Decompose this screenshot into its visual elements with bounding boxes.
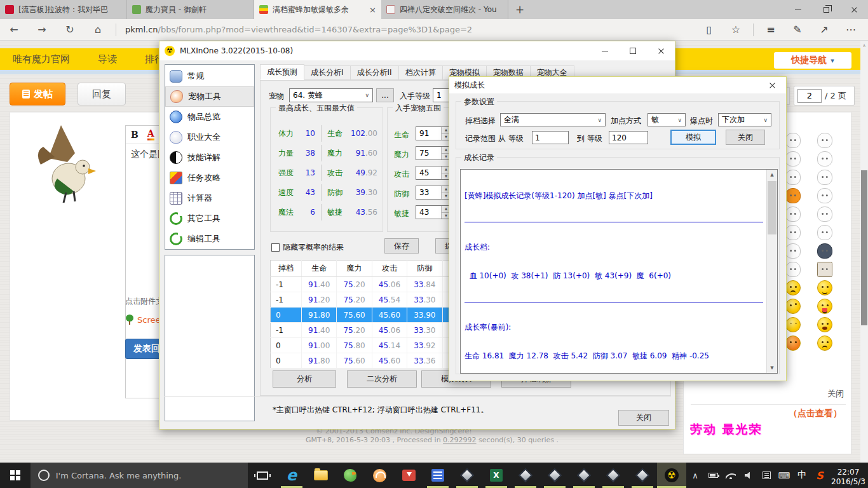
sticker-icon[interactable] [785, 170, 801, 185]
taskbar-app-cg[interactable] [599, 463, 628, 488]
share-icon[interactable]: ↗ [811, 24, 837, 36]
taskbar-app-video[interactable] [423, 463, 452, 488]
new-post-button[interactable]: 发帖 [10, 83, 65, 105]
keyboard-icon[interactable]: ⌨ [775, 471, 793, 480]
site-nav-link[interactable]: 导读 [98, 53, 117, 65]
防御-spinner[interactable]: 33▲▼ [416, 186, 451, 200]
敏捷-spinner[interactable]: 43▲▼ [416, 205, 451, 219]
back-icon[interactable]: ← [0, 24, 28, 36]
home-icon[interactable]: ⌂ [84, 24, 112, 36]
taskbar-app-edge[interactable]: e [277, 463, 306, 488]
app-maximize-button[interactable] [619, 41, 647, 60]
sticker-icon[interactable] [785, 151, 801, 166]
sticker-icon[interactable] [785, 133, 801, 148]
table-row[interactable]: 091.8075.6045.6033.9043.20 [271, 308, 478, 323]
sidebar-item-quests[interactable]: 任务攻略 [165, 168, 254, 188]
browser-tab[interactable]: 四禅八定突破空间维次 - You [381, 0, 508, 19]
cortana-search-box[interactable]: I'm Cortana. Ask me anything. [31, 463, 248, 488]
app-close-button[interactable] [647, 41, 675, 60]
table-row[interactable]: -191.2075.2045.5433.3043.16 [271, 292, 478, 308]
sticker-icon[interactable] [817, 207, 832, 222]
sidebar-item-calculator[interactable]: 计算器 [165, 188, 254, 208]
taskbar-app-explorer[interactable] [306, 463, 336, 488]
bold-icon[interactable]: B [131, 130, 139, 140]
browser-close-button[interactable] [840, 0, 868, 19]
sticker-orange-icon[interactable] [785, 188, 801, 203]
smiley-rage-icon[interactable] [785, 336, 801, 351]
browser-tab[interactable]: 魔力寶貝 - 御劍軒 [127, 0, 254, 19]
sidebar-item-other-tools[interactable]: 其它工具 [165, 208, 254, 229]
tab-tier-calc[interactable]: 档次计算 [399, 65, 443, 80]
sticker-house-icon[interactable] [817, 262, 832, 277]
taskbar-app-cg[interactable] [452, 463, 482, 488]
volume-icon[interactable] [740, 472, 757, 479]
sidebar-item-general[interactable]: 常规 [165, 66, 254, 86]
sogou-icon[interactable]: S [811, 470, 829, 482]
browser-maximize-button[interactable] [812, 0, 840, 19]
smiley-squint-icon[interactable] [785, 317, 801, 332]
smiley-scream-icon[interactable] [817, 317, 832, 332]
reply-button[interactable]: 回复 [78, 83, 126, 105]
action-center-icon[interactable] [757, 471, 775, 479]
quick-nav-button[interactable]: 快捷导航▾ [774, 52, 851, 69]
refresh-icon[interactable]: ↻ [56, 24, 84, 36]
taskbar-app-cg[interactable] [540, 463, 569, 488]
app-minimize-button[interactable] [591, 41, 619, 60]
simulate-button[interactable]: 模拟 [670, 130, 716, 145]
app-title-bar[interactable]: ☢ MLXInOne 3.022(2015-10-08) [159, 41, 675, 60]
table-row[interactable]: 091.0075.8045.1433.9243.94 [271, 338, 478, 353]
scroll-up-icon[interactable]: ∧ [860, 41, 868, 48]
taskbar-app-radiation[interactable]: ☢ [657, 463, 686, 488]
sidebar-item-jobs[interactable]: 职业大全 [165, 127, 254, 147]
tab-close-icon[interactable]: × [369, 5, 376, 15]
burst-select[interactable]: 下次加∨ [718, 113, 771, 126]
攻击-spinner[interactable]: 45▲▼ [416, 166, 451, 180]
pet-select[interactable]: 64. 黄蜂∨ [289, 88, 373, 102]
result-table[interactable]: 掉档生命魔力攻击防御敏捷-191.4075.2045.0633.8443.16-… [270, 260, 478, 369]
smiley-tongue-icon[interactable] [817, 299, 832, 314]
add-mode-select[interactable]: 敏∨ [648, 113, 686, 126]
sidebar-item-skills[interactable]: 技能详解 [165, 147, 254, 168]
dialog-title-bar[interactable]: 模拟成长 [449, 77, 786, 93]
address-bar[interactable]: pkml.cn/bbs/forum.php?mod=viewthread&tid… [125, 25, 696, 34]
生命-spinner[interactable]: 91▲▼ [416, 126, 451, 140]
reading-view-icon[interactable]: ▯ [696, 24, 722, 36]
ime-indicator[interactable]: 中 [793, 470, 811, 481]
panel-close-link[interactable]: 关闭 [827, 388, 844, 400]
hide-zero-checkbox[interactable]: 隐藏零概率的结果 [271, 242, 344, 253]
web-note-icon[interactable]: ✎ [784, 24, 811, 36]
app-close-bottom-button[interactable]: 关闭 [618, 410, 669, 426]
browser-tab[interactable]: [流言板]拉波特：我对毕巴 [0, 0, 127, 19]
browser-minimize-button[interactable] [784, 0, 812, 19]
page-number-input[interactable] [797, 89, 822, 103]
sticker-icon[interactable] [785, 262, 801, 277]
task-view-button[interactable] [248, 463, 277, 488]
tab-growth-analysis-2[interactable]: 成长分析II [351, 65, 399, 80]
tab-growth-forecast[interactable]: 成长预测 [260, 64, 304, 80]
table-row[interactable]: -191.4075.2045.0633.8443.16 [271, 277, 478, 292]
table-row[interactable]: -191.4075.2045.0633.3043.52 [271, 323, 478, 338]
smiley-sad-icon[interactable] [785, 280, 801, 295]
click-view-link[interactable]: （点击查看） [789, 408, 842, 419]
record-scrollbar[interactable]: ▲ ▼ [766, 170, 777, 373]
taskbar-app-music[interactable] [365, 463, 394, 488]
pet-browse-button[interactable]: ... [376, 88, 394, 102]
sticker-icon[interactable] [785, 225, 801, 240]
sticker-dark-icon[interactable] [817, 243, 832, 259]
sidebar-item-pet-tools[interactable]: 宠物工具 [165, 86, 254, 107]
sticker-icon[interactable] [817, 133, 832, 148]
sticker-icon[interactable] [785, 243, 801, 259]
scrollbar-thumb[interactable] [768, 181, 776, 234]
dialog-close-button[interactable] [758, 77, 786, 93]
more-icon[interactable]: ⋯ [837, 24, 864, 36]
site-nav-link[interactable]: 唯有魔力官网 [13, 53, 70, 65]
sticker-icon[interactable] [817, 151, 832, 166]
sticker-icon[interactable] [785, 207, 801, 222]
checkbox-icon[interactable] [271, 243, 280, 252]
scrollbar-thumb[interactable] [861, 170, 867, 325]
growth-record-box[interactable]: [黄蜂]模拟成长记录(等级1-120) 加点[敏] 暴点[下次加] 成长档: 血… [460, 169, 778, 374]
sidebar-item-items-overview[interactable]: 物品总览 [165, 107, 254, 127]
sticker-icon[interactable] [817, 170, 832, 185]
taskbar-app-cg[interactable] [511, 463, 540, 488]
tier-select[interactable]: 全满∨ [500, 113, 606, 126]
